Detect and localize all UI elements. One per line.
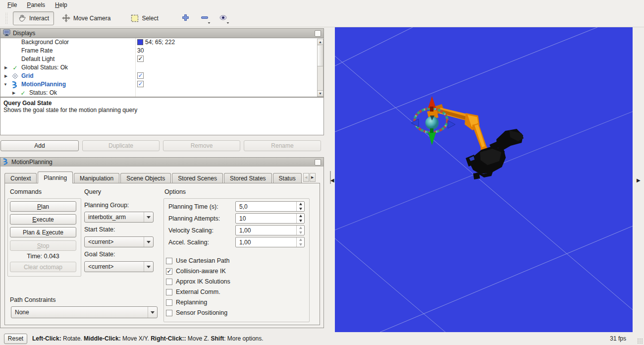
expander-icon[interactable]: ▶ [4,74,7,78]
goal-state-combobox[interactable]: <current> [84,261,154,272]
scrollbar-up-icon[interactable]: ▲ [318,39,323,45]
tab-status[interactable]: Status [273,173,302,183]
menu-help[interactable]: Help [51,1,72,9]
approx-ik-solutions-option[interactable]: Approx IK Solutions [166,278,230,285]
remove-display-button[interactable]: Remove [163,140,240,151]
planning-group-label: Planning Group: [84,202,129,209]
move-camera-tool-button[interactable]: Move Camera [57,11,115,25]
reset-button[interactable]: Reset [4,334,27,344]
rename-display-button[interactable]: Rename [244,140,321,151]
checkbox[interactable]: ✓ [137,81,144,87]
add-display-button[interactable]: Add [0,140,79,151]
accel-scaling-spinbox[interactable]: 1,00 [235,237,305,247]
window-resize-grip[interactable] [637,338,643,344]
planning-time-spinbox[interactable]: 5,0 [235,201,305,212]
checkbox[interactable] [166,279,172,285]
tab-scroll-left-icon[interactable]: ◀ [303,173,309,182]
zoom-in-tool-button[interactable] [179,12,192,25]
motionplanning-panel-title: MotionPlanning [11,159,53,166]
status-bar: Reset Left-Click: Rotate. Middle-Click: … [0,332,644,345]
panel-detach-button[interactable] [315,159,321,166]
dropdown-arrow-icon [226,22,229,24]
motionplanning-panel-body: Context Planning Manipulation Scene Obje… [0,167,324,328]
checkbox[interactable]: ✓ [166,268,172,275]
plan-button[interactable]: Plan [10,201,76,212]
fps-counter: 31 fps [610,335,640,342]
planning-group-combobox[interactable]: interbotix_arm [84,212,154,223]
tab-planning[interactable]: Planning [38,172,73,183]
checkbox[interactable] [166,310,172,316]
expander-icon[interactable]: ▶ [4,65,7,70]
menu-panels[interactable]: Panels [22,1,50,9]
motionplanning-panel-titlebar[interactable]: MotionPlanning [0,157,324,167]
tree-scrollbar[interactable]: ▲ ▼ [317,39,323,97]
spin-down-icon[interactable] [299,243,302,246]
select-tool-label: Select [142,15,158,22]
tab-stored-scenes[interactable]: Stored Scenes [172,173,223,183]
expander-icon[interactable]: ▼ [3,82,7,87]
spin-down-icon[interactable] [299,208,302,210]
tree-row-default-light[interactable]: Default Light ✓ [0,55,323,63]
planning-group-value: interbotix_arm [88,214,126,221]
spin-down-icon[interactable] [299,231,302,234]
scrollbar-down-icon[interactable]: ▼ [318,90,323,96]
select-icon [130,14,139,22]
select-tool-button[interactable]: Select [125,11,163,25]
3d-viewport[interactable] [335,27,633,332]
expand-right-arrow-icon[interactable]: ▶ [637,177,641,183]
replanning-option[interactable]: Replanning [166,299,207,306]
checkbox[interactable]: ✓ [137,72,144,79]
plan-and-execute-button[interactable]: Plan & Execute [10,227,76,237]
velocity-scaling-label: Velocity Scaling: [168,227,214,234]
duplicate-display-button[interactable]: Duplicate [82,140,160,151]
stop-button[interactable]: Stop [10,240,76,251]
execute-button[interactable]: Execute [10,214,76,225]
collapse-left-arrow-icon[interactable]: ◀ [330,177,334,183]
collision-aware-ik-option[interactable]: ✓ Collision-aware IK [166,268,226,275]
spin-up-icon[interactable] [299,238,302,241]
tree-row-grid[interactable]: ▶ Grid ✓ [0,72,323,80]
velocity-scaling-spinbox[interactable]: 1,00 [235,225,305,235]
zoom-out-tool-button[interactable] [198,12,211,25]
tab-scene-objects[interactable]: Scene Objects [120,173,171,183]
tree-row-frame-rate[interactable]: Frame Rate 30 [0,47,323,55]
dock-splitter[interactable]: ◀ [326,27,335,332]
tab-scroll-right-icon[interactable]: ▶ [310,173,316,182]
sensor-positioning-option[interactable]: Sensor Positioning [166,309,227,316]
checkbox[interactable] [166,289,172,295]
checkbox[interactable]: ✓ [137,56,144,62]
property-value[interactable]: 30 [137,47,144,54]
spin-up-icon[interactable] [299,215,302,217]
tree-row-background-color[interactable]: Background Color 54; 65; 222 [0,38,323,47]
status-ok-check-icon: ✓ [11,64,19,71]
use-cartesian-path-option[interactable]: Use Cartesian Path [166,257,229,264]
toolbar-grip[interactable] [5,12,8,24]
tab-manipulation[interactable]: Manipulation [74,173,119,183]
tree-row-status-ok[interactable]: ▶ ✓ Status: Ok [0,89,323,97]
displays-panel-titlebar[interactable]: Displays [0,28,324,38]
path-constraints-combobox[interactable]: None [11,306,158,318]
expander-icon[interactable]: ▶ [12,91,15,95]
checkbox[interactable] [166,299,172,306]
spin-up-icon[interactable] [299,227,302,229]
scrollbar-thumb[interactable] [318,46,323,66]
planning-attempts-spinbox[interactable]: 10 [235,213,305,224]
spin-down-icon[interactable] [299,220,302,222]
panel-detach-button[interactable] [315,30,321,37]
dropdown-arrow-icon [208,22,210,24]
checkbox[interactable] [166,258,172,264]
accel-scaling-label: Accel. Scaling: [168,239,209,246]
start-state-combobox[interactable]: <current> [84,236,154,247]
focus-camera-tool-button[interactable] [217,12,230,25]
tab-stored-states[interactable]: Stored States [224,173,272,183]
tab-context[interactable]: Context [4,173,37,183]
external-comm-option[interactable]: External Comm. [166,288,220,295]
property-label: Background Color [21,39,69,46]
tree-row-global-status[interactable]: ▶ ✓ Global Status: Ok [0,63,323,72]
clear-octomap-button[interactable]: Clear octomap [10,262,76,272]
interact-tool-button[interactable]: Interact [13,11,54,25]
menu-file[interactable]: File [3,1,21,9]
spin-up-icon[interactable] [299,203,302,205]
tree-row-motionplanning[interactable]: ▼ MotionPlanning ✓ [0,80,323,89]
property-value[interactable]: 54; 65; 222 [145,39,175,46]
